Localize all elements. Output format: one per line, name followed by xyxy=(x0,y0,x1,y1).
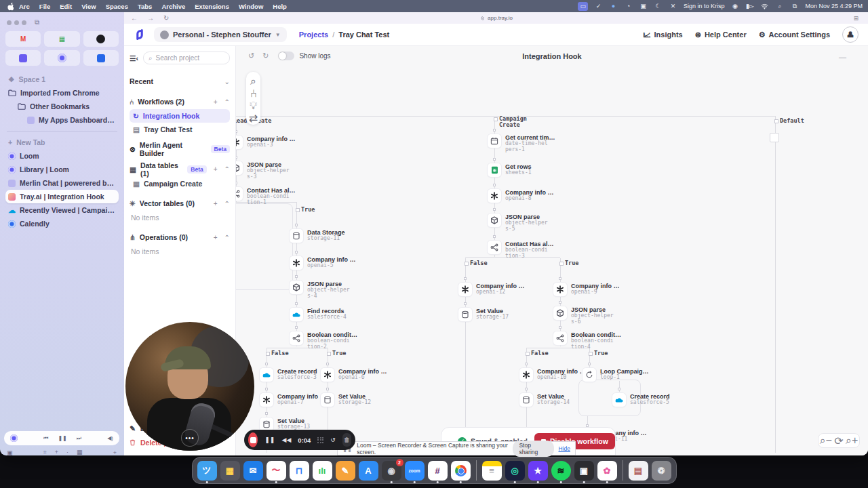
add-workflow-icon[interactable]: + xyxy=(214,98,218,106)
loom-status-icon[interactable]: ● xyxy=(609,2,618,11)
webcam-more-button[interactable]: ••• xyxy=(181,429,199,447)
search-icon[interactable]: ⌕ xyxy=(250,75,256,87)
back-icon[interactable]: ← xyxy=(131,14,138,22)
workflow-node-openai-7[interactable]: Company info …openai-7 xyxy=(260,393,326,407)
suggestions-icon[interactable]: 💡︎ xyxy=(250,100,257,112)
restart-icon[interactable]: ↺ xyxy=(330,436,336,443)
media-volume-icon[interactable]: ◀) xyxy=(107,435,113,441)
swap-icon[interactable]: ⇄ xyxy=(249,112,258,125)
drag-handle-icon[interactable] xyxy=(317,437,323,443)
sidebar-item-other-bookmarks[interactable]: Other Bookmarks xyxy=(15,100,119,113)
dock-spotify[interactable]: ≋ xyxy=(551,461,571,481)
account-settings-link[interactable]: ⚙Account Settings xyxy=(759,30,830,39)
sidebar-item-library-loom[interactable]: Library | Loom xyxy=(5,163,119,176)
data-table-item-campaign-create[interactable]: ▦ Campaign Create xyxy=(130,177,230,190)
chevron-down-icon[interactable]: ⌄ xyxy=(224,78,230,85)
moon-icon[interactable]: ☾ xyxy=(654,2,663,11)
link-icon[interactable]: ⌗ xyxy=(43,449,47,455)
insights-link[interactable]: 📈︎Insights xyxy=(644,30,683,39)
dock-creative-app[interactable]: ✿ xyxy=(597,461,617,481)
dock-numbers[interactable]: ılı xyxy=(313,461,332,481)
stop-sharing-button[interactable]: Stop sharing xyxy=(513,441,553,457)
dock-chrome[interactable] xyxy=(451,461,471,481)
add-icon[interactable]: + xyxy=(55,449,58,455)
workflow-node-storage-14[interactable]: Set Valuestorage-14 xyxy=(519,393,570,407)
sidebar-item-my-apps-dashboard-tray-io[interactable]: My Apps Dashboard | Tray.io xyxy=(24,113,119,127)
pinned-loom[interactable] xyxy=(44,50,79,66)
pinned-blue-app[interactable] xyxy=(83,50,119,66)
tray-logo[interactable] xyxy=(132,27,147,42)
workflow-node-openai-8[interactable]: Company info …openai-8 xyxy=(488,189,554,203)
pause-icon[interactable]: ❚❚ xyxy=(264,436,275,443)
redo-icon[interactable]: ↻ xyxy=(262,52,269,60)
workflow-node-openai-9[interactable]: Company info …openai-9 xyxy=(553,283,620,296)
zoom-reset-icon[interactable]: ⟳ xyxy=(834,434,843,447)
add-table-icon[interactable]: + xyxy=(214,165,218,174)
workflow-node-object-helpers-5[interactable]: JSON parseobject-helper s-5 xyxy=(488,214,548,232)
workflow-node-date-time-helpers-1[interactable]: Get current tim…date-time-hel pers-1 xyxy=(488,134,555,152)
pinned-dark-app[interactable] xyxy=(83,31,119,47)
workflow-node-storage-12[interactable]: Set Valuestorage-12 xyxy=(321,393,371,407)
workflow-node-object-helpers-6[interactable]: JSON parseobject-helper s-6 xyxy=(553,306,614,325)
workflow-node-salesforce-3[interactable]: Create recordsalesforce-3 xyxy=(260,368,317,382)
collapse-icon[interactable]: ⌃ xyxy=(224,98,230,106)
dock-music-records[interactable]: ◉2 xyxy=(382,461,401,481)
workflow-node-salesforce-5[interactable]: Create recordsalesforce-5 xyxy=(612,393,670,407)
add-vector-icon[interactable]: + xyxy=(214,200,218,207)
pinned-purple-app[interactable] xyxy=(5,50,41,66)
menu-item-edit[interactable]: Edit xyxy=(55,3,77,10)
media-pause-icon[interactable]: ❚❚ xyxy=(58,435,66,442)
menu-item-view[interactable]: View xyxy=(77,3,100,10)
app-status-icon-2[interactable]: ▣ xyxy=(639,2,648,11)
stop-recording-button[interactable] xyxy=(248,432,258,447)
sidebar-item-recently-viewed-campaigns-sale[interactable]: ☁Recently Viewed | Campaigns | Salesforc… xyxy=(5,203,119,217)
workflow-item-integration-hook[interactable]: ↻ Integration Hook xyxy=(130,109,230,123)
zoom-out-icon[interactable]: ⌕− xyxy=(820,434,832,447)
workflow-node-storage-17[interactable]: Set Valuestorage-17 xyxy=(458,308,509,321)
sidebar-item-calendly[interactable]: Calendly xyxy=(5,217,119,230)
dock-app-store[interactable]: A xyxy=(359,461,378,481)
screen-recording-icon[interactable]: ▭ xyxy=(578,2,588,11)
dock-slack[interactable]: # xyxy=(428,461,448,481)
krisp-signin[interactable]: Sign in to Krisp xyxy=(684,3,725,9)
workflow-node-object-helpers-4[interactable]: JSON parseobject-helper s-4 xyxy=(290,281,350,299)
rewind-icon[interactable]: ◀◀ xyxy=(282,436,292,443)
menu-item-help[interactable]: Help xyxy=(268,3,292,10)
new-tab-button[interactable]: +New Tab xyxy=(5,136,119,149)
sidebar-item-imported-from-chrome[interactable]: Imported From Chrome xyxy=(5,86,119,100)
dock-screenshare-app[interactable]: ▣ xyxy=(574,461,594,481)
wifi-icon[interactable] xyxy=(760,2,769,11)
sidebar-item-merlin-chat-powerered-by-tray-[interactable]: Merlin Chat | powerered by tray.io xyxy=(5,176,119,190)
menu-item-extensions[interactable]: Extensions xyxy=(190,3,234,10)
sidebar-item-tray-ai-integration-hook[interactable]: Tray.ai | Integration Hook xyxy=(5,190,119,203)
dock-keynote[interactable]: ⊓ xyxy=(290,461,309,481)
workflows-section[interactable]: ⑃ Workflows (2) +⌃ xyxy=(130,94,230,109)
menu-item-window[interactable]: Window xyxy=(234,3,268,10)
breadcrumb-projects[interactable]: Projects xyxy=(299,30,328,39)
dock-webex[interactable]: ◎ xyxy=(505,461,525,481)
shield-icon[interactable]: ▦ xyxy=(77,449,83,455)
window-controls[interactable]: ⧉ xyxy=(7,18,119,27)
record-icon[interactable]: ◉ xyxy=(730,2,739,11)
menu-item-spaces[interactable]: Spaces xyxy=(101,3,133,10)
workflow-node-openai-12[interactable]: Company info …openai-12 xyxy=(458,283,525,296)
dock-finder[interactable]: ツ xyxy=(197,461,217,481)
space-selector[interactable]: ❖ Space 1 xyxy=(5,73,119,86)
forward-icon[interactable]: → xyxy=(147,14,154,22)
zoom-in-icon[interactable]: ⌕+ xyxy=(846,434,858,447)
workflow-canvas[interactable]: ↺ ↻ Show logs Integration Hook — ⌕ ⑃ 💡︎ … xyxy=(236,46,868,455)
workflow-node-openai-10[interactable]: Company info …openai-10 xyxy=(519,368,586,382)
app-status-icon[interactable]: ◔ xyxy=(624,2,633,11)
media-next-icon[interactable]: ⏭ xyxy=(77,435,81,442)
dock-mail[interactable]: ✉ xyxy=(243,461,263,481)
user-avatar[interactable]: 👤︎ xyxy=(842,26,859,43)
data-tables-section[interactable]: ▦ Data tables (1) Beta+⌃ xyxy=(130,162,230,177)
menu-item-file[interactable]: File xyxy=(35,3,55,10)
collapse-icon[interactable]: ⌃ xyxy=(224,200,230,207)
help-center-link[interactable]: ⊛Help Center xyxy=(695,30,747,39)
workflow-node-openai-3[interactable]: Company info …openai-3 xyxy=(236,136,296,149)
search-project-input[interactable]: ⌕ Search project xyxy=(143,52,230,64)
add-operation-icon[interactable]: + xyxy=(214,234,218,241)
workflow-node-boolean-condition-2[interactable]: Boolean condit…boolean-condi tion-2 xyxy=(290,331,357,350)
menubar-clock[interactable]: Mon Nov 25 4:29 PM xyxy=(805,3,863,9)
